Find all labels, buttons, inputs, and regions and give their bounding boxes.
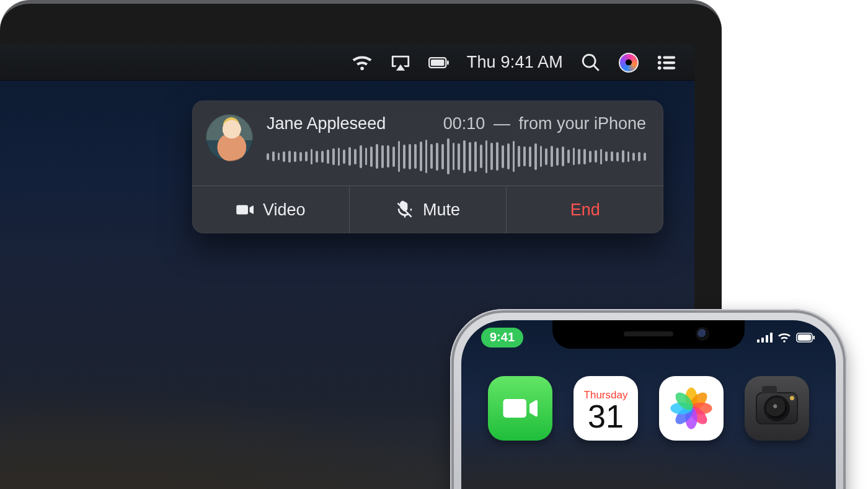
photos-flower-icon — [666, 384, 716, 433]
iphone-screen: 9:41 Thursday 31 — [461, 320, 836, 489]
mute-button[interactable]: Mute — [349, 186, 507, 233]
calendar-app-icon[interactable]: Thursday 31 — [574, 376, 638, 441]
caller-name: Jane Appleseed — [267, 114, 386, 133]
svg-point-7 — [658, 66, 662, 70]
camera-icon — [756, 392, 798, 424]
svg-rect-10 — [798, 334, 811, 341]
airplay-icon[interactable] — [390, 52, 411, 73]
calendar-date: 31 — [588, 400, 624, 433]
caller-avatar — [206, 114, 253, 161]
battery-icon — [796, 333, 816, 343]
home-screen-apps-row: Thursday 31 — [461, 376, 836, 441]
svg-rect-8 — [663, 66, 675, 69]
call-source: from your iPhone — [518, 114, 646, 133]
video-button[interactable]: Video — [192, 186, 349, 233]
svg-point-5 — [658, 61, 662, 65]
svg-rect-11 — [813, 336, 815, 339]
video-button-label: Video — [263, 200, 306, 220]
cellular-signal-icon — [757, 333, 773, 343]
end-button-label: End — [570, 200, 600, 220]
video-icon — [236, 200, 254, 219]
audio-waveform — [267, 140, 646, 173]
call-info-row: Jane Appleseed 00:10 — from your iPhone — [192, 101, 663, 186]
iphone-frame: 9:41 Thursday 31 — [450, 309, 847, 489]
active-call-time-pill[interactable]: 9:41 — [481, 328, 523, 348]
mute-icon — [396, 200, 414, 219]
notification-center-icon[interactable] — [656, 52, 677, 73]
search-icon[interactable] — [580, 52, 601, 73]
call-notification-panel: Jane Appleseed 00:10 — from your iPhone … — [192, 101, 663, 233]
facetime-app-icon[interactable] — [488, 376, 552, 441]
svg-point-3 — [658, 55, 662, 59]
video-icon — [502, 390, 539, 427]
mute-button-label: Mute — [423, 200, 460, 220]
wifi-icon[interactable] — [352, 52, 373, 73]
call-subtitle: 00:10 — from your iPhone — [443, 114, 646, 133]
end-button[interactable]: End — [506, 186, 663, 233]
siri-icon[interactable] — [619, 53, 639, 73]
call-duration: 00:10 — [443, 114, 485, 133]
svg-rect-6 — [663, 61, 675, 63]
wifi-icon — [777, 331, 791, 344]
menu-bar-clock[interactable]: Thu 9:41 AM — [467, 53, 563, 72]
svg-rect-2 — [447, 60, 449, 65]
mac-menu-bar: Thu 9:41 AM — [0, 45, 694, 81]
svg-rect-4 — [663, 56, 675, 58]
iphone-status-bar: 9:41 — [461, 325, 836, 350]
photos-app-icon[interactable] — [659, 376, 724, 441]
battery-icon[interactable] — [428, 52, 450, 73]
call-action-row: Video Mute End — [192, 186, 663, 233]
camera-app-icon[interactable] — [745, 376, 809, 441]
svg-rect-1 — [431, 59, 445, 65]
